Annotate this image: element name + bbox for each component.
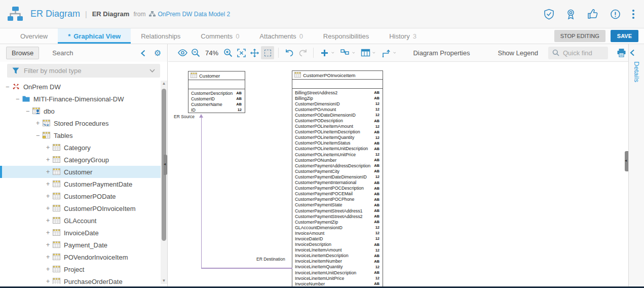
tree-item-tables[interactable]: −Tables bbox=[0, 129, 167, 141]
tree-item-invoicedate[interactable]: +InvoiceDate bbox=[0, 227, 167, 239]
model-link[interactable]: OnPrem DW Data Model 2 bbox=[158, 11, 230, 18]
tree-item-payment-date[interactable]: +Payment_Date bbox=[0, 239, 167, 251]
expand-icon[interactable]: + bbox=[45, 193, 51, 200]
relationship-dropdown-chevron-icon[interactable] bbox=[393, 51, 396, 54]
relationship-line-horizontal[interactable] bbox=[201, 268, 292, 269]
expand-icon[interactable]: + bbox=[45, 266, 51, 273]
entity-column-row[interactable]: CustomerPaymentAddressDescriptionAB bbox=[292, 163, 383, 168]
entity-column-row[interactable]: BillingZipAB bbox=[292, 95, 383, 101]
fit-to-screen-icon[interactable] bbox=[235, 46, 248, 59]
entity-column-row[interactable]: CustomerPOLineItemStatusAB bbox=[292, 140, 383, 146]
tree-item-dbo[interactable]: −dbo bbox=[0, 105, 167, 117]
diagram-canvas[interactable]: Customer CustomerDescriptionABCustomerID… bbox=[168, 62, 628, 286]
search-tab[interactable]: Search bbox=[52, 49, 73, 57]
entity-column-row[interactable]: CustomerPaymentCityAB bbox=[292, 168, 383, 174]
collapse-icon[interactable]: − bbox=[34, 132, 41, 139]
collapse-icon[interactable]: − bbox=[4, 83, 11, 90]
table-display-icon[interactable] bbox=[359, 46, 372, 59]
zoom-out-icon[interactable] bbox=[189, 46, 202, 59]
pan-tool-icon[interactable] bbox=[248, 46, 261, 59]
entity-column-row[interactable]: CustomerDescriptionAB bbox=[188, 90, 245, 96]
entity-column-row[interactable]: InvoiceLineItemUnitPrice12 bbox=[292, 275, 383, 281]
entity-column-row[interactable]: CustomerNameAB bbox=[188, 101, 245, 107]
browse-tab[interactable]: Browse bbox=[6, 47, 39, 59]
expand-icon[interactable]: + bbox=[45, 217, 51, 224]
sidebar-collapse-handle[interactable] bbox=[164, 155, 167, 175]
zoom-in-icon[interactable] bbox=[221, 46, 235, 59]
tab-relationships[interactable]: Relationships bbox=[131, 28, 191, 44]
auto-layout-icon[interactable] bbox=[338, 46, 352, 59]
expand-icon[interactable]: + bbox=[34, 120, 41, 127]
collapse-sidebar-icon[interactable] bbox=[140, 50, 146, 57]
thumbs-up-icon[interactable] bbox=[587, 9, 599, 20]
scroll-down-arrow[interactable]: ▼ bbox=[161, 278, 167, 284]
entity-column-row[interactable]: CustomerPaymentPOCPhoneAB bbox=[292, 197, 383, 202]
relationship-line-vertical[interactable] bbox=[201, 117, 202, 268]
entity-customerpoinvoiceitem[interactable]: CustomerPOInvoiceItem BillingStreetAddre… bbox=[292, 70, 383, 286]
expand-details-icon[interactable] bbox=[629, 49, 636, 56]
tree-item-stored-procedures[interactable]: +xStored Procedures bbox=[0, 117, 167, 129]
entity-column-row[interactable]: GLAccountDimensionID12 bbox=[292, 225, 383, 230]
entity-column-row[interactable]: CustomerDimensionID12 bbox=[292, 101, 383, 106]
tab-graphical-view[interactable]: *Graphical View bbox=[58, 28, 131, 44]
diagram-properties-button[interactable]: Diagram Properties bbox=[413, 49, 470, 57]
entity-column-row[interactable]: CustomerPaymentStreetAddress1AB bbox=[292, 208, 383, 213]
redo-icon[interactable] bbox=[296, 46, 309, 59]
entity-column-row[interactable]: InvoiceLineItemDescriptionAB bbox=[292, 253, 383, 259]
tree-item-project[interactable]: +Project bbox=[0, 263, 167, 275]
add-dropdown-chevron-icon[interactable] bbox=[331, 51, 334, 54]
entity-column-row[interactable]: CustomerIDAB bbox=[188, 96, 245, 101]
entity-column-row[interactable]: InvoiceDescriptionAB bbox=[292, 242, 383, 247]
table-dropdown-chevron-icon[interactable] bbox=[372, 51, 375, 54]
expand-icon[interactable]: + bbox=[45, 156, 51, 163]
entity-column-row[interactable]: CustomerPaymentZipAB bbox=[292, 219, 383, 225]
entity-column-row[interactable]: CustomerPOAmount12 bbox=[292, 106, 383, 112]
entity-column-row[interactable]: InvoiceAmount12 bbox=[292, 230, 383, 236]
alert-circle-icon[interactable] bbox=[610, 9, 621, 20]
entity-column-row[interactable]: CustomerPaymentStateAB bbox=[292, 202, 383, 208]
tab-comments[interactable]: Comments0 bbox=[191, 28, 249, 44]
entity-column-row[interactable]: CustomerPOLineItemDescriptionAB bbox=[292, 129, 383, 135]
entity-column-row[interactable]: CustomerPOLineItemUnitDescriptionAB bbox=[292, 146, 383, 152]
expand-icon[interactable]: + bbox=[45, 254, 51, 261]
tab-history[interactable]: History3 bbox=[379, 28, 427, 44]
expand-icon[interactable]: + bbox=[45, 241, 51, 248]
tree-item-onprem-dw[interactable]: −OnPrem DW bbox=[0, 81, 167, 93]
model-type-filter[interactable]: Filter by model type bbox=[7, 64, 160, 78]
zoom-level[interactable]: 74% bbox=[205, 49, 218, 57]
tree-item-miti-finance-dimensional-dw[interactable]: −MITI-Finance-Dimensional-DW bbox=[0, 93, 167, 105]
tree-item-glaccount[interactable]: +GLAccount bbox=[0, 214, 167, 227]
tab-responsibilities[interactable]: Responsibilities bbox=[313, 28, 379, 44]
preview-eye-icon[interactable] bbox=[176, 46, 189, 59]
quick-find-input[interactable]: Quick find bbox=[548, 47, 608, 59]
entity-column-row[interactable]: InvoiceLineItemUnitDescriptionAB bbox=[292, 270, 383, 275]
tree-item-customerpaymentdate[interactable]: +CustomerPaymentDate bbox=[0, 178, 167, 190]
entity-column-row[interactable]: InvoiceDateID12 bbox=[292, 236, 383, 241]
entity-column-row[interactable]: CustomerPODateDimensionID12 bbox=[292, 112, 383, 118]
collapse-icon[interactable]: − bbox=[14, 95, 21, 102]
expand-icon[interactable]: + bbox=[45, 229, 51, 236]
entity-column-row[interactable]: CustomerPaymentDateDimensionID12 bbox=[292, 174, 383, 179]
marquee-select-icon[interactable] bbox=[261, 46, 274, 59]
expand-icon[interactable]: + bbox=[45, 278, 51, 284]
expand-icon[interactable]: + bbox=[45, 181, 51, 188]
show-legend-button[interactable]: Show Legend bbox=[498, 49, 538, 57]
stop-editing-button[interactable]: STOP EDITING bbox=[554, 30, 605, 42]
tree-item-category[interactable]: +Category bbox=[0, 141, 167, 154]
entity-column-row[interactable]: CustomerPOLineItemQuantity12 bbox=[292, 135, 383, 140]
tab-overview[interactable]: Overview bbox=[10, 28, 58, 44]
entity-column-row[interactable]: InvoiceLIneItemAmount12 bbox=[292, 247, 383, 253]
layout-dropdown-chevron-icon[interactable] bbox=[352, 51, 355, 54]
tree-item-customerpoinvoiceitem[interactable]: +CustomerPOInvoiceItem bbox=[0, 202, 167, 214]
collapse-icon[interactable]: − bbox=[24, 107, 31, 115]
add-object-icon[interactable] bbox=[318, 46, 331, 59]
expand-icon[interactable]: + bbox=[45, 144, 51, 151]
kebab-menu-icon[interactable] bbox=[632, 9, 635, 20]
entity-column-row[interactable]: CustomerPODescriptionAB bbox=[292, 118, 383, 123]
entity-column-row[interactable]: InvoiceNumberAB bbox=[292, 281, 383, 286]
entity-column-row[interactable]: InvoiceLineItemQuantity12 bbox=[292, 264, 383, 270]
entity-column-row[interactable]: CustomerPOLineItemUnitPrice12 bbox=[292, 152, 383, 157]
tree-item-povendorinvoiceitem[interactable]: +POVendorInvoiceItem bbox=[0, 251, 167, 263]
entity-column-row[interactable]: CustomerPaymentPOCEMailAB bbox=[292, 191, 383, 197]
tree-scrollbar[interactable]: ▲ ▼ bbox=[161, 81, 167, 284]
